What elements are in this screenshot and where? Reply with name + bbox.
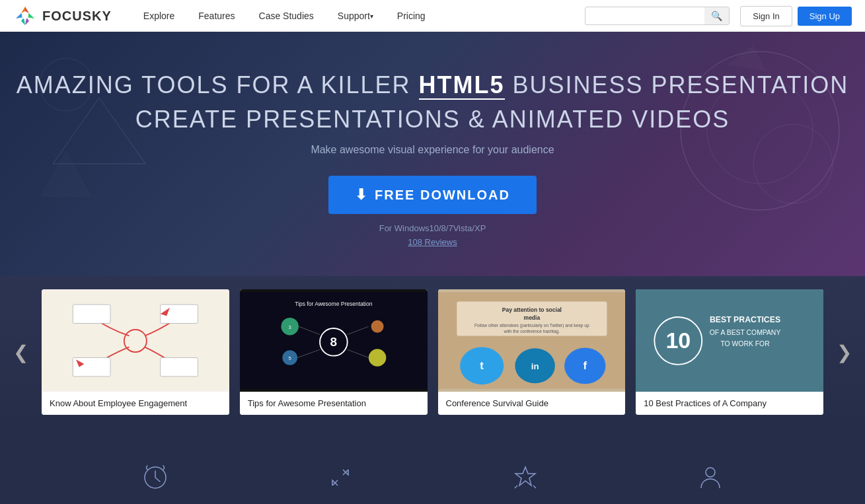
nav-explore[interactable]: Explore: [132, 0, 186, 32]
svg-text:with the conference hashtag.: with the conference hashtag.: [503, 329, 560, 334]
nav-menu: Explore Features Case Studies Support Pr…: [132, 0, 585, 32]
svg-marker-55: [515, 467, 535, 486]
svg-marker-12: [727, 45, 767, 71]
card-title: Conference Survival Guide: [438, 392, 626, 415]
card-image: [42, 289, 229, 392]
svg-rect-18: [73, 358, 110, 377]
nav-case-studies[interactable]: Case Studies: [247, 0, 326, 32]
svg-text:Pay attention to  social: Pay attention to social: [502, 306, 561, 313]
card-title: 10 Best Practices of A Company: [636, 392, 823, 415]
svg-line-56: [515, 486, 517, 488]
search-input[interactable]: [585, 9, 704, 24]
carousel-prev[interactable]: ❮: [0, 342, 42, 363]
html5-text: HTML5: [419, 71, 505, 100]
card-preview: Pay attention to social media Follow oth…: [438, 289, 626, 392]
svg-point-29: [369, 349, 386, 366]
features-section: Professional results in just 5 minutes I…: [0, 435, 865, 504]
feature-item: Tons of built-in templates and character…: [624, 454, 796, 504]
expand-icon: [261, 461, 420, 494]
feature-item: Smooth animation and transition effects: [439, 454, 611, 504]
carousel-card[interactable]: Pay attention to social media Follow oth…: [438, 289, 626, 415]
download-button[interactable]: ⬇ FREE DOWNLOAD: [328, 176, 537, 214]
svg-text:in: in: [531, 361, 539, 371]
svg-point-58: [706, 468, 715, 477]
svg-text:10: 10: [666, 328, 691, 353]
nav-features[interactable]: Features: [186, 0, 246, 32]
svg-text:TO WORK FOR: TO WORK FOR: [721, 340, 771, 347]
svg-text:3: 3: [288, 324, 291, 330]
svg-line-57: [533, 486, 536, 488]
card-preview: [42, 289, 229, 392]
hero-description: Make awesome visual experience for your …: [13, 144, 852, 156]
svg-point-26: [371, 320, 383, 333]
card-image: Tips for Awesome Presentation 8 3 5: [240, 289, 428, 392]
carousel-card[interactable]: 10 BEST PRACTICES OF A BEST COMPANY TO W…: [636, 289, 823, 415]
card-preview: 10 BEST PRACTICES OF A BEST COMPANY TO W…: [636, 289, 823, 392]
svg-text:OF A BEST COMPANY: OF A BEST COMPANY: [710, 329, 781, 336]
card-image: 10 BEST PRACTICES OF A BEST COMPANY TO W…: [636, 289, 823, 392]
features-grid: Professional results in just 5 minutes I…: [69, 454, 796, 504]
signup-button[interactable]: Sign Up: [798, 7, 852, 26]
nav-pricing[interactable]: Pricing: [385, 0, 437, 32]
hero-subheadline: CREATE PRESENTATIONS & ANIMATED VIDEOS: [13, 106, 852, 133]
svg-text:media: media: [523, 314, 540, 321]
feature-item: Infinite canvas & unlimited zoom and pan…: [254, 454, 426, 504]
logo-text: FOCUSKY: [42, 9, 112, 24]
feature-item: Professional results in just 5 minutes: [69, 454, 241, 504]
search-box: 🔍: [585, 7, 730, 25]
person-icon: [631, 461, 790, 494]
svg-text:Follow other attendees (partic: Follow other attendees (particularly on …: [474, 323, 589, 328]
card-preview: Tips for Awesome Presentation 8 3 5: [240, 289, 428, 392]
svg-marker-11: [40, 151, 93, 197]
svg-marker-0: [25, 7, 29, 13]
platform-text: For Windows10/8/7Vista/XP: [13, 223, 852, 233]
svg-marker-1: [21, 7, 25, 13]
carousel-section: ❮: [0, 276, 865, 435]
svg-text:Tips for Awesome Presentation: Tips for Awesome Presentation: [295, 301, 372, 307]
svg-text:t: t: [480, 359, 484, 372]
svg-text:5: 5: [288, 355, 291, 361]
svg-rect-14: [42, 292, 229, 389]
carousel-items: Know About Employee Engagement Tips for …: [42, 289, 823, 415]
card-title: Tips for Awesome Presentation: [240, 392, 428, 415]
svg-text:8: 8: [330, 335, 337, 349]
reviews-link[interactable]: 108 Reviews: [13, 237, 852, 247]
hero-section: AMAZING TOOLS FOR A KILLER HTML5 BUSINES…: [0, 32, 865, 276]
card-title: Know About Employee Engagement: [42, 392, 229, 415]
carousel-card[interactable]: Tips for Awesome Presentation 8 3 5: [240, 289, 428, 415]
clock-icon: [76, 461, 235, 494]
card-image: Pay attention to social media Follow oth…: [438, 289, 626, 392]
logo[interactable]: FOCUSKY: [13, 4, 112, 28]
nav-support[interactable]: Support: [326, 0, 385, 32]
download-icon: ⬇: [355, 186, 368, 203]
carousel-next[interactable]: ❯: [823, 342, 865, 363]
download-label: FREE DOWNLOAD: [375, 188, 510, 203]
hero-headline: AMAZING TOOLS FOR A KILLER HTML5 BUSINES…: [13, 71, 852, 99]
svg-text:f: f: [583, 359, 587, 372]
svg-point-6: [22, 13, 28, 19]
svg-point-9: [753, 124, 833, 203]
svg-text:BEST PRACTICES: BEST PRACTICES: [710, 315, 780, 324]
carousel-card[interactable]: Know About Employee Engagement: [42, 289, 229, 415]
svg-rect-19: [161, 358, 198, 377]
svg-rect-16: [73, 305, 110, 323]
navbar: FOCUSKY Explore Features Case Studies Su…: [0, 0, 865, 32]
signin-button[interactable]: Sign In: [740, 6, 792, 26]
logo-icon: [13, 4, 37, 28]
star-icon: [446, 461, 605, 494]
carousel-wrapper: ❮: [0, 289, 865, 415]
search-button[interactable]: 🔍: [704, 7, 729, 24]
